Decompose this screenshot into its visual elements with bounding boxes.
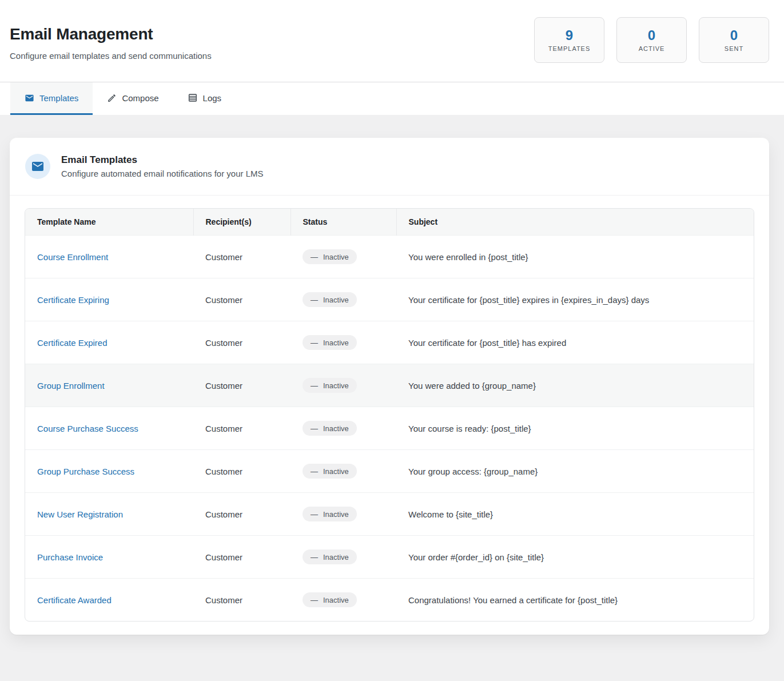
status-cell: — Inactive xyxy=(290,364,396,407)
recipient-cell: Customer xyxy=(193,579,290,622)
stat-card-sent: 0 SENT xyxy=(699,17,769,63)
template-name-link[interactable]: Course Purchase Success xyxy=(37,424,138,433)
stat-value: 0 xyxy=(730,28,738,42)
column-header-status: Status xyxy=(290,209,396,236)
status-badge-label: Inactive xyxy=(323,467,349,476)
page-header: Email Management Configure email templat… xyxy=(0,0,784,82)
status-cell: — Inactive xyxy=(290,278,396,321)
main-content: Email Templates Configure automated emai… xyxy=(0,115,784,635)
status-badge-label: Inactive xyxy=(323,424,349,433)
template-name-link[interactable]: Certificate Awarded xyxy=(37,595,112,605)
table-row: Certificate Expiring Customer — Inactive… xyxy=(25,278,754,321)
status-badge-label: Inactive xyxy=(323,381,349,390)
dash-icon: — xyxy=(311,296,318,304)
stat-label: SENT xyxy=(725,45,743,52)
stat-label: ACTIVE xyxy=(639,45,665,52)
dash-icon: — xyxy=(311,553,318,561)
template-name-cell: Group Purchase Success xyxy=(25,450,193,493)
column-header-subject: Subject xyxy=(396,209,754,236)
table-wrap: Template Name Recipient(s) Status Subjec… xyxy=(10,196,769,635)
dash-icon: — xyxy=(311,510,318,519)
table-row: Certificate Awarded Customer — Inactive … xyxy=(25,579,754,622)
subject-cell: Congratulations! You earned a certificat… xyxy=(396,579,754,622)
status-cell: — Inactive xyxy=(290,536,396,579)
tab-label: Logs xyxy=(203,93,222,103)
status-badge: — Inactive xyxy=(303,249,357,264)
status-cell: — Inactive xyxy=(290,493,396,536)
template-name-link[interactable]: Group Purchase Success xyxy=(37,467,134,476)
templates-table-body: Course Enrollment Customer — Inactive Yo… xyxy=(25,236,754,622)
tab-logs[interactable]: Logs xyxy=(173,82,236,115)
status-badge: — Inactive xyxy=(303,335,357,350)
dash-icon: — xyxy=(311,424,318,433)
dash-icon: — xyxy=(311,467,318,476)
template-name-cell: Group Enrollment xyxy=(25,364,193,407)
status-badge: — Inactive xyxy=(303,421,357,436)
card-header: Email Templates Configure automated emai… xyxy=(10,138,769,196)
template-name-link[interactable]: New User Registration xyxy=(37,509,123,519)
stats-row: 9 TEMPLATES 0 ACTIVE 0 SENT xyxy=(534,17,769,63)
template-name-link[interactable]: Course Enrollment xyxy=(37,252,108,262)
template-name-link[interactable]: Purchase Invoice xyxy=(37,552,103,562)
status-badge-label: Inactive xyxy=(323,596,349,604)
status-badge-label: Inactive xyxy=(323,338,349,347)
subject-cell: Welcome to {site_title} xyxy=(396,493,754,536)
recipient-cell: Customer xyxy=(193,321,290,364)
stat-card-active: 0 ACTIVE xyxy=(616,17,687,63)
table-row: Certificate Expired Customer — Inactive … xyxy=(25,321,754,364)
status-badge-label: Inactive xyxy=(323,253,349,261)
dash-icon: — xyxy=(311,596,318,604)
template-name-link[interactable]: Group Enrollment xyxy=(37,381,105,391)
envelope-circle-icon xyxy=(25,154,50,179)
recipient-cell: Customer xyxy=(193,278,290,321)
page-subtitle: Configure email templates and send commu… xyxy=(10,51,212,61)
page-title: Email Management xyxy=(10,25,212,43)
recipient-cell: Customer xyxy=(193,493,290,536)
subject-cell: You were added to {group_name} xyxy=(396,364,754,407)
subject-cell: Your certificate for {post_title} expire… xyxy=(396,278,754,321)
status-badge: — Inactive xyxy=(303,378,357,393)
card-heading-block: Email Templates Configure automated emai… xyxy=(61,154,264,178)
tab-label: Templates xyxy=(39,93,78,103)
status-cell: — Inactive xyxy=(290,236,396,278)
table-row: Course Enrollment Customer — Inactive Yo… xyxy=(25,236,754,278)
template-name-cell: Course Enrollment xyxy=(25,236,193,278)
status-badge: — Inactive xyxy=(303,464,357,479)
stat-card-templates: 9 TEMPLATES xyxy=(534,17,604,63)
stat-value: 0 xyxy=(648,28,655,42)
table-frame: Template Name Recipient(s) Status Subjec… xyxy=(25,208,754,622)
table-row: New User Registration Customer — Inactiv… xyxy=(25,493,754,536)
template-name-link[interactable]: Certificate Expired xyxy=(37,338,108,348)
card-title: Email Templates xyxy=(61,154,264,166)
pencil-icon xyxy=(107,93,117,103)
status-cell: — Inactive xyxy=(290,450,396,493)
subject-cell: You were enrolled in {post_title} xyxy=(396,236,754,278)
template-name-link[interactable]: Certificate Expiring xyxy=(37,295,109,305)
status-cell: — Inactive xyxy=(290,579,396,622)
card-subtitle: Configure automated email notifications … xyxy=(61,169,264,178)
status-badge: — Inactive xyxy=(303,549,357,564)
table-row: Group Purchase Success Customer — Inacti… xyxy=(25,450,754,493)
email-templates-card: Email Templates Configure automated emai… xyxy=(10,138,769,635)
tab-compose[interactable]: Compose xyxy=(93,82,173,115)
envelope-icon xyxy=(25,93,34,103)
tab-label: Compose xyxy=(122,93,158,103)
status-badge-label: Inactive xyxy=(323,510,349,519)
dash-icon: — xyxy=(311,381,318,390)
tab-templates[interactable]: Templates xyxy=(10,82,93,115)
template-name-cell: Course Purchase Success xyxy=(25,407,193,450)
recipient-cell: Customer xyxy=(193,536,290,579)
tab-bar: Templates Compose Logs xyxy=(0,82,784,115)
stat-value: 9 xyxy=(566,28,573,42)
status-badge-label: Inactive xyxy=(323,296,349,304)
column-header-recipients: Recipient(s) xyxy=(193,209,290,236)
template-name-cell: Certificate Awarded xyxy=(25,579,193,622)
stat-label: TEMPLATES xyxy=(548,45,591,52)
dash-icon: — xyxy=(311,253,318,261)
table-row: Group Enrollment Customer — Inactive You… xyxy=(25,364,754,407)
recipient-cell: Customer xyxy=(193,236,290,278)
templates-table: Template Name Recipient(s) Status Subjec… xyxy=(25,209,754,621)
status-badge: — Inactive xyxy=(303,507,357,521)
subject-cell: Your group access: {group_name} xyxy=(396,450,754,493)
table-row: Course Purchase Success Customer — Inact… xyxy=(25,407,754,450)
